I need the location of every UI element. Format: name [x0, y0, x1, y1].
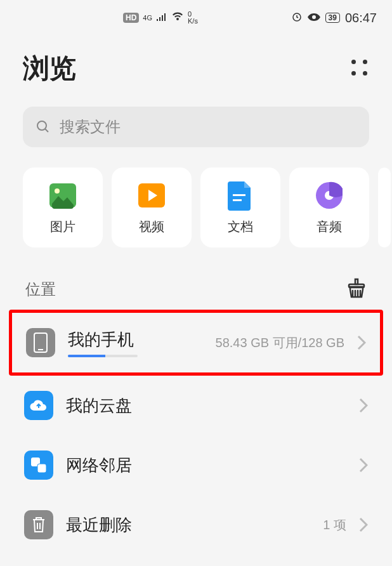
image-icon: [48, 180, 78, 211]
hd-badge: HD: [123, 13, 139, 23]
wifi-icon: [171, 11, 184, 25]
list-item-network[interactable]: 网络邻居: [10, 435, 382, 495]
storage-progress: [68, 355, 138, 357]
svg-rect-6: [233, 199, 242, 201]
network-speed: 0 K/s: [188, 11, 198, 25]
search-placeholder: 搜索文件: [60, 117, 121, 137]
item-count: 1 项: [323, 517, 346, 534]
cloud-icon: [24, 391, 53, 420]
page-title: 浏览: [23, 51, 76, 86]
chevron-right-icon: [359, 398, 368, 413]
category-videos[interactable]: 视频: [112, 168, 192, 247]
storage-detail: 58.43 GB 可用/128 GB: [216, 334, 344, 352]
list-item-cloud[interactable]: 我的云盘: [10, 376, 382, 435]
category-images[interactable]: 图片: [23, 168, 103, 247]
chevron-right-icon: [359, 457, 368, 473]
category-label: 音频: [317, 218, 342, 235]
svg-rect-9: [349, 284, 364, 287]
category-documents[interactable]: 文档: [200, 168, 280, 247]
item-title: 我的手机: [68, 329, 203, 351]
category-label: 文档: [228, 218, 253, 235]
phone-icon: [26, 328, 55, 357]
status-bar: HD 4G 0 K/s 39 06:47: [0, 0, 392, 36]
status-right: 39 06:47: [291, 11, 377, 25]
svg-point-1: [37, 121, 46, 130]
item-title: 我的云盘: [66, 395, 346, 417]
signal-4g: 4G: [143, 15, 152, 22]
eye-icon: [308, 11, 320, 25]
category-audio[interactable]: 音频: [289, 168, 369, 247]
list-item-my-phone[interactable]: 我的手机 58.43 GB 可用/128 GB: [12, 313, 380, 372]
item-content: 我的云盘: [66, 395, 346, 417]
document-icon: [225, 180, 256, 211]
section-header: 位置: [0, 260, 392, 310]
location-list: 我的手机 58.43 GB 可用/128 GB 我的云盘 网络邻居: [0, 310, 392, 555]
svg-rect-13: [37, 464, 46, 473]
network-icon: [24, 451, 53, 480]
chevron-right-icon: [359, 517, 368, 532]
item-title: 最近删除: [66, 514, 310, 536]
search-icon: [36, 119, 51, 135]
clock: 06:47: [345, 11, 377, 25]
chevron-right-icon: [357, 335, 366, 350]
item-content: 最近删除: [66, 514, 310, 536]
highlight-annotation: 我的手机 58.43 GB 可用/128 GB: [9, 310, 383, 376]
category-label: 视频: [139, 218, 164, 235]
page-header: 浏览: [0, 36, 392, 99]
category-row: 图片 视频 文档 音频: [0, 155, 392, 260]
svg-rect-11: [38, 349, 43, 350]
battery-indicator: 39: [325, 13, 340, 23]
search-input[interactable]: 搜索文件: [23, 107, 369, 147]
category-more[interactable]: [378, 168, 391, 247]
item-title: 网络邻居: [66, 454, 346, 477]
alarm-icon: [291, 11, 303, 25]
item-content: 我的手机: [68, 329, 203, 357]
item-content: 网络邻居: [66, 454, 346, 477]
status-left: HD 4G 0 K/s: [15, 11, 198, 25]
list-item-recent-delete[interactable]: 最近删除 1 项: [10, 495, 382, 555]
video-icon: [136, 180, 167, 211]
audio-icon: [314, 180, 344, 211]
cleanup-button[interactable]: [346, 278, 367, 301]
more-menu-button[interactable]: [351, 60, 369, 77]
signal-icon: [156, 11, 167, 25]
category-label: 图片: [50, 218, 75, 235]
trash-icon: [24, 510, 53, 539]
svg-rect-5: [233, 194, 245, 196]
svg-point-3: [55, 188, 60, 194]
section-title: 位置: [25, 279, 56, 299]
